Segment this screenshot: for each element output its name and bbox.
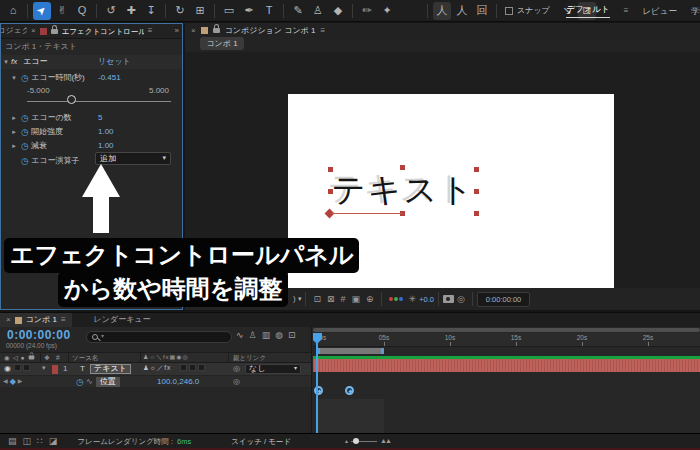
eraser-tool[interactable]: ◆: [329, 2, 347, 20]
selection-handle[interactable]: [474, 211, 479, 216]
eye-icon[interactable]: ◉: [4, 364, 11, 374]
zoom-out-icon[interactable]: ▴: [345, 438, 348, 445]
shape-tool[interactable]: ▭: [220, 2, 238, 20]
playhead-line[interactable]: [316, 333, 318, 446]
zoom-tool[interactable]: Q: [73, 2, 91, 20]
chevron-down-icon[interactable]: ▾: [9, 74, 19, 82]
composition-mini-flowchart-icon[interactable]: ∿: [236, 330, 244, 341]
magnification-dropdown[interactable]: ) ▾: [293, 294, 301, 304]
add-keyframe-icon[interactable]: ◆: [10, 377, 16, 387]
stopwatch-icon[interactable]: ◷: [19, 141, 31, 152]
layer-row[interactable]: ◉ ▾ 1 T テキスト ♟☼／fx ◎ なし ▾: [0, 363, 311, 375]
panel-menu-icon[interactable]: ≡: [320, 26, 325, 36]
zoom-slider-knob[interactable]: [353, 438, 359, 444]
source-name-column-header[interactable]: ソース名: [72, 354, 98, 362]
dolly-camera-tool[interactable]: ↧: [142, 2, 160, 20]
switches-modes-toggle[interactable]: スイッチ / モード: [231, 437, 291, 446]
tab-composition[interactable]: コンポジション コンポ 1: [225, 26, 316, 36]
slider-track[interactable]: [27, 101, 171, 102]
chevron-right-icon[interactable]: ▸: [9, 128, 19, 136]
stopwatch-icon[interactable]: ◷: [19, 73, 31, 84]
keyframe[interactable]: [345, 386, 354, 395]
tab-render-queue[interactable]: レンダーキュー: [94, 315, 151, 325]
solo-toggle-box[interactable]: [23, 364, 30, 371]
stopwatch-icon[interactable]: ◷: [19, 127, 31, 138]
param-value[interactable]: 1.00: [98, 141, 114, 151]
parent-dropdown[interactable]: なし ▾: [245, 364, 301, 374]
show-snapshot-icon[interactable]: ◎: [457, 294, 465, 305]
chevron-right-icon[interactable]: ▸: [9, 114, 19, 122]
panel-menu-icon[interactable]: ≡: [61, 315, 66, 325]
next-keyframe-icon[interactable]: ▶: [18, 378, 23, 385]
stopwatch-icon[interactable]: ◷: [74, 377, 86, 388]
tab-comp1[interactable]: × コンポ 1 ≡: [0, 313, 72, 327]
mask-visibility-icon[interactable]: ⊠: [327, 294, 335, 305]
home-icon[interactable]: ⌂: [4, 2, 22, 20]
comp-tab-button[interactable]: コンポ 1: [200, 37, 244, 50]
zoom-slider-track[interactable]: [351, 441, 377, 442]
selection-handle[interactable]: [474, 189, 479, 194]
param-value[interactable]: 1.00: [98, 127, 114, 137]
graph-editor-icon[interactable]: ⊡: [288, 330, 296, 341]
draft-3d-icon[interactable]: ♙: [249, 330, 257, 341]
property-row-position[interactable]: ◀ ◆ ▶ ◷ ∿ 位置 100.0,246.0 ◎: [0, 375, 311, 387]
exposure-value[interactable]: +0.0: [419, 295, 434, 304]
close-icon[interactable]: ×: [191, 26, 196, 36]
shy-footer-icon[interactable]: ◫: [23, 436, 32, 447]
workspace-tab-default[interactable]: デフォルト: [566, 4, 610, 17]
selection-handle[interactable]: [400, 165, 405, 170]
orbit-camera-tool[interactable]: ↺: [102, 2, 120, 20]
puppet-starch-pin-icon[interactable]: 人: [453, 2, 471, 20]
choose-grid-icon[interactable]: ⊡: [313, 294, 321, 305]
layer-label-swatch[interactable]: [52, 365, 58, 374]
puppet-overlap-pin-icon[interactable]: 回: [473, 2, 491, 20]
rotation-tool[interactable]: ↻: [171, 2, 189, 20]
snap-checkbox[interactable]: [505, 7, 513, 15]
search-input[interactable]: ▾: [86, 331, 232, 343]
roto-brush-tool[interactable]: ✏: [358, 2, 376, 20]
close-icon[interactable]: ×: [31, 26, 36, 36]
snap-toggle[interactable]: スナップ: [505, 6, 550, 16]
selection-handle[interactable]: [328, 189, 333, 194]
property-name[interactable]: 位置: [96, 377, 120, 387]
brush-tool[interactable]: ✎: [289, 2, 307, 20]
exposure-gear-icon[interactable]: ✳: [409, 294, 417, 305]
graph-icon[interactable]: ∿: [86, 377, 93, 387]
lock-icon[interactable]: [213, 28, 220, 33]
zoom-in-icon[interactable]: ▲▲: [380, 437, 390, 445]
preview-timecode[interactable]: 0:00:00:00: [477, 292, 530, 307]
param-value[interactable]: 5: [98, 113, 102, 123]
param-value[interactable]: -0.451: [98, 73, 121, 83]
puppet-pin-tool[interactable]: ✦: [378, 2, 396, 20]
rulers-icon[interactable]: ⊕: [366, 294, 374, 305]
layer-duration-bar[interactable]: [313, 359, 700, 372]
frame-blending-icon[interactable]: ▥: [262, 330, 271, 341]
parent-pickwhip-icon[interactable]: ◎: [233, 377, 240, 387]
pen-tool[interactable]: ✒: [240, 2, 258, 20]
stopwatch-icon[interactable]: ◷: [19, 113, 31, 124]
panel-menu-icon[interactable]: ≡: [148, 26, 153, 36]
workspace-tab-review[interactable]: レビュー: [642, 6, 677, 16]
timeline-graph-area[interactable]: 00s 05s 10s 15s 20s 25s 30s: [313, 327, 700, 447]
tab-overflow-icon[interactable]: »: [175, 26, 179, 36]
current-timecode[interactable]: 0:00:00:00: [7, 328, 71, 342]
chevron-right-icon[interactable]: ▸: [9, 142, 19, 150]
pan-behind-tool[interactable]: ⊞: [191, 2, 209, 20]
chevron-down-icon[interactable]: ▾: [1, 58, 11, 66]
chevron-down-icon[interactable]: ▾: [42, 364, 46, 372]
audio-toggle-box[interactable]: [14, 364, 21, 371]
timeline-zoom-slider[interactable]: ▴ ▲▲: [345, 437, 390, 445]
workspace-tab-learn[interactable]: 学習: [691, 6, 700, 16]
property-value[interactable]: 100.0,246.0: [157, 377, 199, 387]
pan-camera-tool[interactable]: ✚: [122, 2, 140, 20]
stopwatch-icon[interactable]: ◷: [19, 156, 31, 167]
snapshot-camera-icon[interactable]: [443, 295, 454, 303]
tab-project[interactable]: プロジェクト: [1, 26, 27, 36]
selection-handle[interactable]: [328, 167, 333, 172]
clone-stamp-tool[interactable]: ♙: [309, 2, 327, 20]
tab-effect-controls[interactable]: エフェクトコントロール テキスト: [62, 27, 144, 36]
work-area-bar[interactable]: [317, 348, 384, 354]
workspace-menu-icon[interactable]: ≡: [624, 6, 629, 16]
layer-switch-boxes[interactable]: [180, 364, 205, 371]
transfer-controls-icon[interactable]: ∷: [37, 436, 43, 447]
